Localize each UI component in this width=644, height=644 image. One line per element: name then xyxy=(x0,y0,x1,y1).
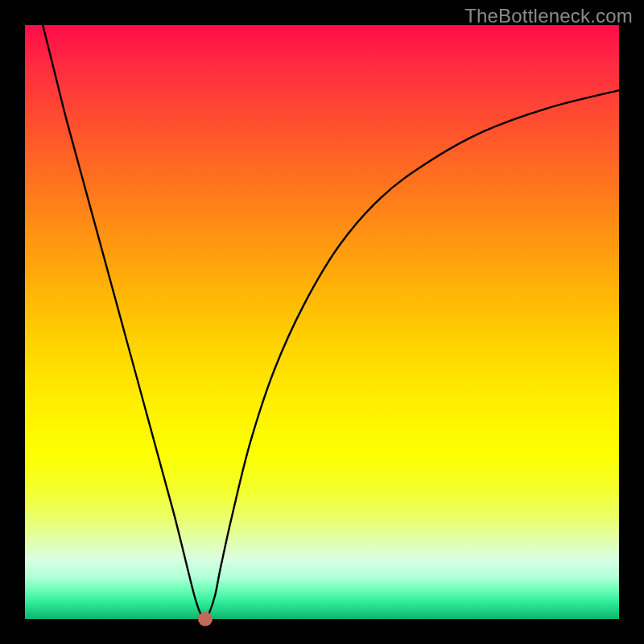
bottleneck-curve xyxy=(43,25,619,617)
chart-frame: TheBottleneck.com xyxy=(0,0,644,644)
plot-area xyxy=(25,25,619,619)
watermark-text: TheBottleneck.com xyxy=(464,5,633,27)
minimum-marker xyxy=(198,612,213,626)
curve-svg xyxy=(25,25,619,619)
